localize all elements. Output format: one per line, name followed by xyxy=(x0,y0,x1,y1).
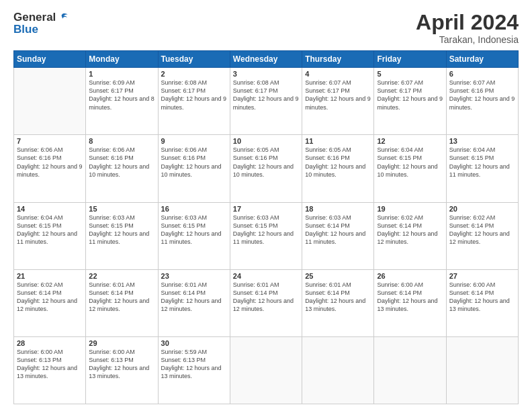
weekday-header: Wednesday xyxy=(230,51,302,68)
calendar-day-cell: 16Sunrise: 6:03 AMSunset: 6:15 PMDayligh… xyxy=(158,202,230,269)
day-info: Sunrise: 6:08 AMSunset: 6:17 PMDaylight:… xyxy=(161,79,227,111)
calendar-day-cell: 30Sunrise: 5:59 AMSunset: 6:13 PMDayligh… xyxy=(158,336,230,404)
day-number: 26 xyxy=(377,272,443,280)
calendar-day-cell: 5Sunrise: 6:07 AMSunset: 6:17 PMDaylight… xyxy=(374,68,446,135)
day-number: 27 xyxy=(449,272,515,280)
day-number: 19 xyxy=(377,205,443,213)
day-info: Sunrise: 6:02 AMSunset: 6:14 PMDaylight:… xyxy=(17,281,83,314)
calendar-day-cell: 10Sunrise: 6:05 AMSunset: 6:16 PMDayligh… xyxy=(230,135,302,202)
day-info: Sunrise: 6:07 AMSunset: 6:17 PMDaylight:… xyxy=(305,79,371,111)
calendar-header-row: SundayMondayTuesdayWednesdayThursdayFrid… xyxy=(14,51,519,68)
calendar-day-cell: 27Sunrise: 6:00 AMSunset: 6:14 PMDayligh… xyxy=(446,269,518,336)
weekday-header: Saturday xyxy=(446,51,518,68)
day-info: Sunrise: 6:03 AMSunset: 6:14 PMDaylight:… xyxy=(305,214,371,246)
weekday-header: Friday xyxy=(374,51,446,68)
day-number: 20 xyxy=(449,205,515,213)
day-info: Sunrise: 6:01 AMSunset: 6:14 PMDaylight:… xyxy=(233,281,299,314)
calendar-day-cell: 14Sunrise: 6:04 AMSunset: 6:15 PMDayligh… xyxy=(14,202,86,269)
day-number: 3 xyxy=(233,70,299,78)
subtitle: Tarakan, Indonesia xyxy=(416,34,519,45)
month-title: April 2024 xyxy=(416,11,519,34)
page: General Blue April 2024 Tarakan, Indones… xyxy=(0,0,532,411)
calendar-day-cell: 15Sunrise: 6:03 AMSunset: 6:15 PMDayligh… xyxy=(86,202,158,269)
day-number: 8 xyxy=(89,137,154,145)
day-info: Sunrise: 6:03 AMSunset: 6:15 PMDaylight:… xyxy=(89,214,154,246)
weekday-header: Monday xyxy=(86,51,158,68)
day-number: 13 xyxy=(449,137,515,145)
calendar-day-cell xyxy=(230,336,302,404)
day-info: Sunrise: 6:09 AMSunset: 6:17 PMDaylight:… xyxy=(89,79,154,111)
day-number: 2 xyxy=(161,70,227,78)
calendar-day-cell: 17Sunrise: 6:03 AMSunset: 6:15 PMDayligh… xyxy=(230,202,302,269)
calendar-day-cell: 4Sunrise: 6:07 AMSunset: 6:17 PMDaylight… xyxy=(302,68,374,135)
day-number: 1 xyxy=(89,70,154,78)
day-info: Sunrise: 6:02 AMSunset: 6:14 PMDaylight:… xyxy=(449,214,515,246)
calendar-day-cell: 26Sunrise: 6:00 AMSunset: 6:14 PMDayligh… xyxy=(374,269,446,336)
logo-text: General xyxy=(13,11,69,24)
logo-bird-icon xyxy=(56,13,69,24)
day-info: Sunrise: 6:00 AMSunset: 6:13 PMDaylight:… xyxy=(89,348,154,381)
calendar-day-cell: 1Sunrise: 6:09 AMSunset: 6:17 PMDaylight… xyxy=(86,68,158,135)
calendar-day-cell: 12Sunrise: 6:04 AMSunset: 6:15 PMDayligh… xyxy=(374,135,446,202)
day-number: 22 xyxy=(89,272,154,280)
day-info: Sunrise: 6:05 AMSunset: 6:16 PMDaylight:… xyxy=(233,146,299,179)
calendar-day-cell: 20Sunrise: 6:02 AMSunset: 6:14 PMDayligh… xyxy=(446,202,518,269)
calendar-week-row: 14Sunrise: 6:04 AMSunset: 6:15 PMDayligh… xyxy=(14,202,519,269)
day-number: 25 xyxy=(305,272,371,280)
weekday-header: Sunday xyxy=(14,51,86,68)
calendar-week-row: 7Sunrise: 6:06 AMSunset: 6:16 PMDaylight… xyxy=(14,135,519,202)
day-info: Sunrise: 6:01 AMSunset: 6:14 PMDaylight:… xyxy=(89,281,154,314)
day-number: 10 xyxy=(233,137,299,145)
calendar-week-row: 21Sunrise: 6:02 AMSunset: 6:14 PMDayligh… xyxy=(14,269,519,336)
calendar-week-row: 28Sunrise: 6:00 AMSunset: 6:13 PMDayligh… xyxy=(14,336,519,404)
day-number: 29 xyxy=(89,339,154,347)
day-info: Sunrise: 6:06 AMSunset: 6:16 PMDaylight:… xyxy=(89,146,154,179)
calendar-week-row: 1Sunrise: 6:09 AMSunset: 6:17 PMDaylight… xyxy=(14,68,519,135)
calendar-day-cell: 21Sunrise: 6:02 AMSunset: 6:14 PMDayligh… xyxy=(14,269,86,336)
day-number: 11 xyxy=(305,137,371,145)
calendar-day-cell: 13Sunrise: 6:04 AMSunset: 6:15 PMDayligh… xyxy=(446,135,518,202)
day-number: 7 xyxy=(17,137,83,145)
day-info: Sunrise: 6:03 AMSunset: 6:15 PMDaylight:… xyxy=(233,214,299,246)
weekday-header: Tuesday xyxy=(158,51,230,68)
header: General Blue April 2024 Tarakan, Indones… xyxy=(13,11,519,45)
calendar-day-cell: 6Sunrise: 6:07 AMSunset: 6:16 PMDaylight… xyxy=(446,68,518,135)
day-info: Sunrise: 6:04 AMSunset: 6:15 PMDaylight:… xyxy=(449,146,515,179)
calendar-day-cell: 23Sunrise: 6:01 AMSunset: 6:14 PMDayligh… xyxy=(158,269,230,336)
day-number: 15 xyxy=(89,205,154,213)
logo-blue-text: Blue xyxy=(13,23,38,36)
day-info: Sunrise: 6:00 AMSunset: 6:14 PMDaylight:… xyxy=(377,281,443,314)
calendar-day-cell xyxy=(446,336,518,404)
logo-general: General xyxy=(13,11,56,24)
day-number: 16 xyxy=(161,205,227,213)
day-info: Sunrise: 6:02 AMSunset: 6:14 PMDaylight:… xyxy=(377,214,443,246)
day-info: Sunrise: 5:59 AMSunset: 6:13 PMDaylight:… xyxy=(161,348,227,381)
calendar-table: SundayMondayTuesdayWednesdayThursdayFrid… xyxy=(13,50,519,404)
weekday-header: Thursday xyxy=(302,51,374,68)
day-info: Sunrise: 6:06 AMSunset: 6:16 PMDaylight:… xyxy=(161,146,227,179)
day-info: Sunrise: 6:01 AMSunset: 6:14 PMDaylight:… xyxy=(161,281,227,314)
calendar-day-cell: 24Sunrise: 6:01 AMSunset: 6:14 PMDayligh… xyxy=(230,269,302,336)
calendar-day-cell: 8Sunrise: 6:06 AMSunset: 6:16 PMDaylight… xyxy=(86,135,158,202)
day-number: 23 xyxy=(161,272,227,280)
day-info: Sunrise: 6:01 AMSunset: 6:14 PMDaylight:… xyxy=(305,281,371,314)
calendar-day-cell xyxy=(374,336,446,404)
day-number: 9 xyxy=(161,137,227,145)
day-number: 17 xyxy=(233,205,299,213)
day-info: Sunrise: 6:05 AMSunset: 6:16 PMDaylight:… xyxy=(305,146,371,179)
calendar-day-cell xyxy=(14,68,86,135)
calendar-day-cell: 11Sunrise: 6:05 AMSunset: 6:16 PMDayligh… xyxy=(302,135,374,202)
day-number: 24 xyxy=(233,272,299,280)
day-number: 12 xyxy=(377,137,443,145)
calendar-day-cell: 28Sunrise: 6:00 AMSunset: 6:13 PMDayligh… xyxy=(14,336,86,404)
calendar-day-cell: 18Sunrise: 6:03 AMSunset: 6:14 PMDayligh… xyxy=(302,202,374,269)
day-number: 28 xyxy=(17,339,83,347)
day-number: 21 xyxy=(17,272,83,280)
day-number: 18 xyxy=(305,205,371,213)
day-number: 4 xyxy=(305,70,371,78)
calendar-day-cell xyxy=(302,336,374,404)
day-info: Sunrise: 6:07 AMSunset: 6:17 PMDaylight:… xyxy=(377,79,443,111)
logo: General Blue xyxy=(13,11,69,36)
calendar-day-cell: 19Sunrise: 6:02 AMSunset: 6:14 PMDayligh… xyxy=(374,202,446,269)
day-number: 30 xyxy=(161,339,227,347)
